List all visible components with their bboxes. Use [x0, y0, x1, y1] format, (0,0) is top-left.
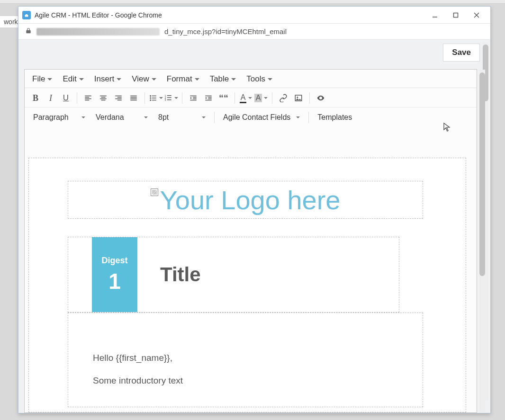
svg-rect-15: [167, 99, 171, 100]
font-size-select[interactable]: 8pt: [153, 110, 210, 125]
caret-icon: [174, 97, 178, 99]
italic-button[interactable]: I: [44, 91, 58, 105]
preview-button[interactable]: [314, 91, 328, 105]
caret-icon: [81, 116, 85, 118]
font-size-label: 8pt: [158, 113, 169, 122]
logo-text: Your Logo here: [160, 185, 341, 215]
menu-insert-label: Insert: [94, 74, 115, 84]
menu-view-label: View: [132, 74, 149, 84]
background-tab-bar: [0, 0, 505, 4]
agile-fields-label: Agile Contact Fields: [223, 113, 290, 122]
block-format-select[interactable]: Paragraph: [28, 110, 90, 125]
bullet-list-button[interactable]: [149, 91, 163, 105]
caret-icon: [296, 116, 300, 118]
menu-edit[interactable]: Edit: [63, 74, 83, 84]
agile-fields-dropdown[interactable]: Agile Contact Fields: [218, 110, 305, 125]
lock-icon: [25, 27, 32, 36]
toolbar-separator: [182, 92, 182, 104]
bold-button[interactable]: B: [28, 91, 43, 105]
align-right-button[interactable]: [111, 91, 126, 105]
toolbar-separator: [234, 92, 235, 104]
align-center-button[interactable]: [96, 91, 110, 105]
editor-panel: File Edit Insert View Format Table Tools…: [24, 69, 477, 413]
mouse-cursor-icon: [443, 123, 450, 132]
editor-outer: Save File Edit Insert View Format Table …: [18, 40, 490, 413]
outdent-button[interactable]: [186, 91, 200, 105]
block-format-label: Paragraph: [33, 113, 69, 122]
toolbar-separator: [272, 92, 272, 104]
toolbar-separator: [214, 112, 215, 123]
window-title: Agile CRM - HTML Editor - Google Chrome: [35, 11, 430, 19]
caret-icon: [117, 78, 121, 80]
svg-point-4: [150, 95, 151, 97]
caret-icon: [268, 78, 272, 80]
link-button[interactable]: [276, 91, 290, 105]
title-text[interactable]: Title: [137, 237, 201, 312]
blockquote-button[interactable]: ““: [216, 91, 231, 105]
url-blurred-part: [36, 28, 160, 36]
caret-icon: [159, 97, 163, 99]
editor-canvas[interactable]: Your Logo here Digest 1 Title Hello {{fi…: [28, 158, 466, 412]
digest-chip: Digest 1: [92, 237, 137, 312]
svg-rect-13: [167, 98, 171, 98]
canvas-scrollbar[interactable]: [479, 70, 485, 412]
toolbar-separator: [309, 92, 310, 104]
menu-insert[interactable]: Insert: [94, 74, 122, 84]
toolbar-separator: [77, 92, 77, 104]
text-color-button[interactable]: A: [239, 91, 253, 105]
caret-icon: [202, 116, 206, 118]
body-text-box[interactable]: Hello {{first_name}}, Some introductory …: [68, 313, 423, 407]
toolbar-separator: [144, 92, 145, 104]
window-titlebar: Agile CRM - HTML Editor - Google Chrome: [18, 7, 490, 24]
caret-icon: [248, 97, 252, 99]
menu-format-label: Format: [167, 74, 192, 84]
svg-rect-5: [152, 96, 156, 97]
caret-icon: [79, 78, 84, 80]
menu-table-label: Table: [210, 74, 229, 84]
templates-button[interactable]: Templates: [313, 110, 357, 125]
menu-table[interactable]: Table: [210, 74, 236, 84]
greeting-line[interactable]: Hello {{first_name}},: [93, 353, 398, 363]
menu-file[interactable]: File: [32, 74, 52, 84]
menu-tools[interactable]: Tools: [246, 74, 272, 84]
logo-placeholder[interactable]: Your Logo here: [68, 181, 423, 219]
window-maximize-button[interactable]: [451, 10, 461, 20]
underline-button[interactable]: U: [59, 91, 73, 105]
align-justify-button[interactable]: [126, 91, 141, 105]
digest-number: 1: [108, 268, 121, 294]
svg-point-17: [297, 97, 298, 98]
caret-icon: [264, 97, 268, 99]
broken-image-icon: [151, 188, 158, 196]
caret-icon: [195, 78, 199, 80]
save-button[interactable]: Save: [443, 44, 480, 62]
svg-point-8: [150, 99, 151, 101]
svg-text:3: 3: [165, 98, 166, 101]
intro-line[interactable]: Some introductory text: [93, 375, 398, 386]
menu-bar: File Edit Insert View Format Table Tools: [25, 70, 477, 88]
align-left-button[interactable]: [81, 91, 95, 105]
window-minimize-button[interactable]: [430, 10, 440, 20]
svg-rect-9: [152, 100, 156, 101]
caret-icon: [231, 78, 236, 80]
svg-rect-11: [167, 95, 171, 96]
templates-label: Templates: [317, 113, 352, 122]
background-color-button[interactable]: A: [254, 91, 268, 105]
svg-rect-7: [152, 98, 156, 98]
url-visible-part: d_tiny_mce.jsp?id=tinyMCEhtml_email: [164, 27, 287, 36]
image-button[interactable]: [291, 91, 306, 105]
digest-label: Digest: [101, 256, 127, 266]
font-family-select[interactable]: Verdana: [91, 110, 153, 125]
window-close-button[interactable]: [471, 10, 482, 20]
caret-icon: [47, 78, 52, 80]
menu-edit-label: Edit: [63, 74, 76, 84]
menu-format[interactable]: Format: [167, 74, 199, 84]
chrome-window: Agile CRM - HTML Editor - Google Chrome …: [18, 6, 491, 413]
menu-file-label: File: [32, 74, 45, 84]
indent-button[interactable]: [201, 91, 216, 105]
title-row[interactable]: Digest 1 Title: [68, 237, 399, 313]
menu-view[interactable]: View: [132, 74, 156, 84]
caret-icon: [152, 78, 156, 80]
caret-icon: [144, 116, 148, 118]
toolbar-separator: [308, 112, 309, 123]
numbered-list-button[interactable]: 123: [164, 91, 178, 105]
